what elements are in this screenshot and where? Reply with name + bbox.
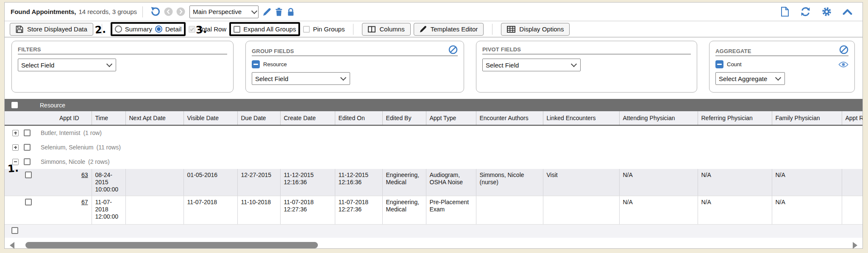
group-fields-select[interactable]: Select Field (252, 72, 350, 85)
next-apt-date-cell (125, 196, 184, 225)
attending-physician-cell: N/A (619, 196, 698, 225)
visibility-eye-icon[interactable] (838, 62, 849, 67)
col-appt-type[interactable]: Appt Type (426, 111, 476, 125)
summary-radio[interactable] (115, 25, 122, 33)
group-checkbox[interactable] (24, 129, 31, 136)
col-referring-physician[interactable]: Referring Physician (698, 111, 772, 125)
screen: Found Appointments, 14 records, 3 groups… (0, 0, 868, 253)
col-next-apt-date[interactable]: Next Apt Date (125, 111, 184, 125)
table-row: 63 08-24-2015 10:00:00 01-05-2016 12-27-… (5, 169, 862, 196)
top-bar-right-icons (779, 6, 857, 17)
horizontal-scrollbar (5, 242, 862, 249)
remove-aggregate-icon[interactable] (715, 60, 723, 68)
col-edited-on[interactable]: Edited On (335, 111, 382, 125)
collapse-panel-icon[interactable] (843, 8, 852, 15)
col-appt-re[interactable]: Appt Re (842, 111, 862, 125)
col-attending-physician[interactable]: Attending Physician (619, 111, 698, 125)
found-appointments-panel: Found Appointments, 14 records, 3 groups… (4, 2, 863, 249)
pivot-fields-select[interactable]: Select Field (482, 59, 581, 71)
group-checkbox[interactable] (24, 144, 31, 151)
clear-group-fields-icon[interactable] (448, 45, 458, 54)
group-checkbox[interactable] (24, 158, 31, 165)
group-name: Butler, Internist (41, 129, 80, 136)
referring-physician-cell: N/A (698, 169, 772, 196)
select-all-checkbox[interactable] (11, 102, 18, 108)
pivot-fields-header: PIVOT FIELDS (482, 45, 691, 54)
col-linked-encounters[interactable]: Linked Encounters (543, 111, 619, 125)
gear-icon[interactable] (821, 6, 832, 17)
col-edited-by[interactable]: Edited By (382, 111, 426, 125)
row-checkbox-cell (22, 196, 47, 225)
scroll-right-arrow[interactable] (853, 242, 857, 249)
group-name: Selenium, Selenium (41, 144, 94, 151)
col-encounter-authors[interactable]: Encounter Authors (476, 111, 543, 125)
group-row-count: (11 rows) (97, 144, 121, 151)
templates-editor-button[interactable]: Templates Editor (414, 23, 484, 36)
display-options-button[interactable]: Display Options (501, 23, 570, 36)
referring-physician-cell: N/A (698, 196, 772, 225)
visible-date-cell: 01-05-2016 (184, 169, 237, 196)
aggregate-select-wrap: Select Aggregate (715, 72, 785, 85)
group-row-count: (2 rows) (88, 158, 110, 165)
expand-group-icon[interactable] (12, 130, 19, 136)
attending-physician-cell: N/A (619, 169, 698, 196)
annotation-box-expand-all-groups: Expand All Groups (229, 22, 300, 36)
header-gutter (5, 111, 22, 125)
total-row-checkbox[interactable] (189, 26, 195, 33)
grid-icon (507, 26, 515, 33)
divider (353, 24, 353, 35)
col-create-date[interactable]: Create Date (280, 111, 335, 125)
lock-icon[interactable] (287, 8, 295, 16)
store-displayed-data-button[interactable]: Store Displayed Data (10, 23, 93, 36)
remove-group-field-icon[interactable] (252, 60, 260, 68)
columns-button[interactable]: Columns (362, 23, 410, 36)
create-date-cell: 11-12-2015 12:16:36 (280, 169, 335, 196)
pivot-fields-select-wrap: Select Field (482, 59, 581, 71)
col-appt-id[interactable]: Appt ID (47, 111, 92, 125)
family-physician-cell: N/A (772, 169, 842, 196)
col-family-physician[interactable]: Family Physician (772, 111, 842, 125)
annotation-step-3: 3. (195, 23, 207, 36)
expand-all-groups-checkbox[interactable] (234, 26, 240, 33)
create-date-cell: 11-07-2018 12:27:36 (280, 196, 335, 225)
group-row-butler: Butler, Internist (1 row) (5, 125, 862, 140)
row-checkbox[interactable] (25, 171, 32, 178)
field-panels-row: FILTERS Select Field GROUP FIELDS (5, 37, 862, 97)
undo-icon[interactable] (150, 6, 161, 17)
delete-perspective-icon[interactable] (275, 8, 283, 16)
pivot-fields-panel: PIVOT FIELDS Select Field (476, 41, 697, 93)
filters-header: FILTERS (18, 45, 227, 54)
columns-button-label: Columns (379, 25, 404, 33)
appt-id-link[interactable]: 63 (81, 171, 88, 178)
detail-radio[interactable] (155, 25, 162, 33)
col-time[interactable]: Time (92, 111, 125, 125)
group-header-bar: Resource (5, 99, 862, 111)
encounter-authors-cell: Simmons, Nicole (nurse) (476, 169, 543, 196)
edit-perspective-icon[interactable] (263, 8, 271, 16)
scroll-left-arrow[interactable] (10, 242, 14, 249)
clear-aggregate-icon[interactable] (839, 45, 849, 54)
footer-checkbox[interactable] (11, 227, 18, 234)
refresh-icon[interactable] (800, 6, 811, 17)
pin-groups-checkbox[interactable] (303, 26, 310, 33)
col-due-date[interactable]: Due Date (237, 111, 280, 125)
filters-title: FILTERS (18, 46, 41, 53)
visible-date-cell: 11-07-2018 (184, 196, 237, 225)
appt-id-link[interactable]: 67 (81, 199, 88, 205)
expand-all-groups-label: Expand All Groups (243, 25, 296, 33)
next-apt-date-cell (125, 169, 184, 196)
prev-perspective-icon[interactable] (164, 7, 173, 16)
row-checkbox[interactable] (25, 199, 32, 205)
col-visible-date[interactable]: Visible Date (184, 111, 237, 125)
new-document-icon[interactable] (780, 6, 790, 17)
perspective-select[interactable]: Main Perspective (189, 6, 259, 18)
aggregate-select[interactable]: Select Aggregate (715, 72, 785, 85)
filters-field-select[interactable]: Select Field (18, 59, 116, 71)
pencil-icon (420, 25, 427, 33)
expand-group-icon[interactable] (12, 144, 19, 151)
next-perspective-icon[interactable] (176, 7, 185, 16)
appt-id-cell: 67 (47, 196, 92, 225)
group-row-selenium: Selenium, Selenium (11 rows) (5, 140, 862, 155)
scrollbar-thumb[interactable] (25, 242, 318, 248)
due-date-cell: 11-10-2018 (237, 196, 280, 225)
